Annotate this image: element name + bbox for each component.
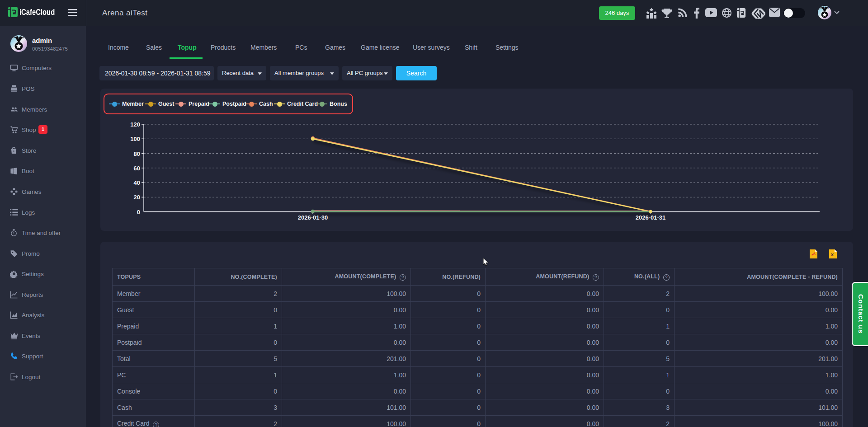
svg-text:PLATINUM: PLATINUM bbox=[14, 37, 24, 39]
svg-text:60: 60 bbox=[134, 165, 140, 172]
svg-text:40: 40 bbox=[134, 179, 140, 186]
svg-text:0: 0 bbox=[137, 209, 140, 216]
svg-text:120: 120 bbox=[130, 121, 140, 128]
svg-text:x: x bbox=[831, 252, 834, 257]
svg-text:PLATINUM: PLATINUM bbox=[821, 7, 829, 9]
svg-text:100: 100 bbox=[130, 136, 140, 142]
svg-text:2026-01-31: 2026-01-31 bbox=[636, 214, 666, 221]
svg-text:20: 20 bbox=[134, 194, 140, 201]
svg-text:2026-01-30: 2026-01-30 bbox=[298, 214, 328, 221]
svg-text:80: 80 bbox=[134, 150, 140, 157]
